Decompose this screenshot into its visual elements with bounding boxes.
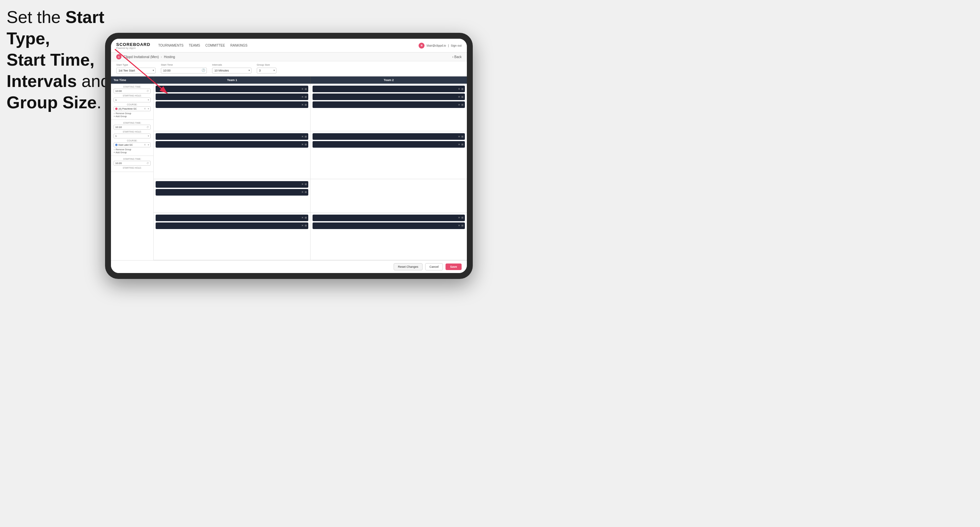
expand-icon-14[interactable]: ⊞ [305, 224, 307, 227]
expand-icon-13[interactable]: ⊞ [305, 216, 307, 219]
sign-out-link[interactable]: Sign out [451, 44, 461, 47]
x-icon-13[interactable]: ✕ [301, 216, 304, 219]
breadcrumb-tournament: Clippd Invitational (Men) [123, 55, 159, 59]
expand-icon-7[interactable]: ⊞ [305, 135, 307, 138]
starting-time-value-1: 10:00 ⏱ [114, 89, 151, 94]
course-chevron-2: ▾ [148, 143, 149, 146]
expand-icon-15[interactable]: ⊞ [461, 216, 464, 219]
th-tee-time: Tee Time [111, 76, 154, 84]
expand-icon-16[interactable]: ⊞ [461, 224, 464, 227]
player-icons-6-1: ✕ ⊞ [301, 216, 307, 219]
starting-time-label-2: STARTING TIME: [114, 122, 151, 124]
x-icon-11[interactable]: ✕ [301, 183, 304, 186]
x-icon-4[interactable]: ✕ [458, 87, 460, 90]
reset-changes-button[interactable]: Reset Changes [394, 263, 423, 270]
start-time-wrapper: 🕐 [161, 67, 207, 73]
radio-icon-2: ○ [114, 148, 115, 151]
x-icon-15[interactable]: ✕ [458, 216, 460, 219]
x-icon-6[interactable]: ✕ [458, 103, 460, 106]
starting-hole-label-2: STARTING HOLE: [114, 130, 151, 133]
x-icon-5[interactable]: ✕ [458, 95, 460, 98]
x-icon-3[interactable]: ✕ [301, 103, 304, 106]
save-button[interactable]: Save [445, 264, 461, 270]
nav-bar: SCOREBOARD Powered by clipp'd TOURNAMENT… [111, 39, 467, 52]
x-icon-7[interactable]: ✕ [301, 135, 304, 138]
start-type-label: Start Type [116, 63, 156, 66]
expand-icon[interactable]: ⊞ [305, 87, 307, 90]
intervals-label: Intervals [212, 63, 251, 66]
x-icon-12[interactable]: ✕ [301, 190, 304, 194]
radio-icon-1: ○ [114, 112, 115, 114]
course-label-2: COURSE: [114, 140, 151, 142]
player-row-5-2: ✕ ⊞ [156, 189, 308, 195]
player-icons-2-2: ✕ ⊞ [458, 95, 464, 98]
team1-cell-4: ✕ ⊞ ✕ ⊞ [154, 213, 310, 260]
start-type-select[interactable]: 1st Tee Start [116, 68, 156, 73]
player-row-6-2: ✕ ⊞ [156, 222, 308, 229]
player-icons-5-2: ✕ ⊞ [301, 190, 307, 194]
starting-hole-label-3: STARTING HOLE: [114, 167, 151, 169]
cancel-button[interactable]: Cancel [425, 263, 443, 270]
logo-text: SCOREBOARD [116, 42, 150, 47]
x-icon-8[interactable]: ✕ [301, 143, 304, 146]
starting-time-label-1: STARTING TIME: [114, 86, 151, 88]
nav-tab-committee[interactable]: COMMITTEE [205, 42, 225, 49]
player-row-4-1: ✕ ⊞ [313, 133, 465, 140]
x-icon-2[interactable]: ✕ [301, 95, 304, 98]
player-icons-2-1: ✕ ⊞ [458, 87, 464, 90]
expand-icon-10[interactable]: ⊞ [461, 143, 464, 146]
nav-tab-tournaments[interactable]: TOURNAMENTS [158, 42, 183, 49]
expand-icon-12[interactable]: ⊞ [305, 190, 307, 194]
team2-cell-4: ✕ ⊞ ✕ ⊞ [310, 213, 467, 260]
start-type-wrapper: 1st Tee Start [116, 67, 156, 73]
remove-group-1[interactable]: ○ Remove Group [114, 112, 151, 114]
player-row-2-1: ✕ ⊞ [313, 86, 465, 92]
remove-course-1[interactable]: ✕ [144, 107, 146, 110]
team1-cell-1: ✕ ⊞ ✕ ⊞ ✕ [154, 84, 310, 131]
x-icon-16[interactable]: ✕ [458, 224, 460, 227]
player-row-1-3: ✕ ⊞ [156, 102, 308, 108]
expand-icon-4[interactable]: ⊞ [461, 87, 464, 90]
tablet-frame: SCOREBOARD Powered by clipp'd TOURNAMENT… [105, 33, 473, 279]
course-name-2: East Lake GC [119, 144, 133, 146]
expand-icon-8[interactable]: ⊞ [305, 143, 307, 146]
group-size-select[interactable]: 3 [257, 68, 277, 73]
x-icon-9[interactable]: ✕ [458, 135, 460, 138]
group-size-group: Group Size 3 [257, 63, 277, 73]
player-row-7-1: ✕ ⊞ [313, 214, 465, 221]
start-time-input[interactable] [161, 68, 207, 73]
player-row-7-2: ✕ ⊞ [313, 222, 465, 229]
expand-icon-2[interactable]: ⊞ [305, 95, 307, 98]
nav-right: B blair@clippd.io | Sign out [418, 43, 461, 49]
player-icons-3-1: ✕ ⊞ [301, 135, 307, 138]
intervals-wrapper: 10 Minutes [212, 67, 251, 73]
x-icon-14[interactable]: ✕ [301, 224, 304, 227]
nav-tab-rankings[interactable]: RANKINGS [230, 42, 247, 49]
x-icon[interactable]: ✕ [301, 87, 304, 90]
expand-icon-11[interactable]: ⊞ [305, 183, 307, 186]
remove-course-2[interactable]: ✕ [144, 143, 146, 146]
intervals-select[interactable]: 10 Minutes [212, 68, 251, 73]
player-icons-5-1: ✕ ⊞ [301, 183, 307, 186]
player-row-6-1: ✕ ⊞ [156, 214, 308, 221]
add-group-2[interactable]: + Add Group [114, 151, 151, 154]
breadcrumb-separator: › [161, 55, 162, 59]
bold-group-size: Group Size [6, 93, 97, 112]
remove-group-2[interactable]: ○ Remove Group [114, 148, 151, 151]
settings-row: Start Type 1st Tee Start Start Time 🕐 In… [111, 61, 467, 76]
team2-cell-2: ✕ ⊞ ✕ ⊞ [310, 131, 467, 178]
add-group-1[interactable]: + Add Group [114, 115, 151, 117]
nav-separator: | [448, 44, 449, 47]
nav-tab-teams[interactable]: TEAMS [189, 42, 200, 49]
bold-start-type: Start Type, [6, 8, 104, 48]
expand-icon-5[interactable]: ⊞ [461, 95, 464, 98]
x-icon-10[interactable]: ✕ [458, 143, 460, 146]
course-name-1: (A) Peachtree GC [119, 108, 137, 110]
expand-icon-6[interactable]: ⊞ [461, 103, 464, 106]
starting-hole-label-1: STARTING HOLE: [114, 95, 151, 97]
player-icons-4-2: ✕ ⊞ [458, 143, 464, 146]
back-button[interactable]: ‹ Back [452, 55, 461, 59]
breadcrumb-icon: C [116, 54, 121, 59]
expand-icon-9[interactable]: ⊞ [461, 135, 464, 138]
expand-icon-3[interactable]: ⊞ [305, 103, 307, 106]
